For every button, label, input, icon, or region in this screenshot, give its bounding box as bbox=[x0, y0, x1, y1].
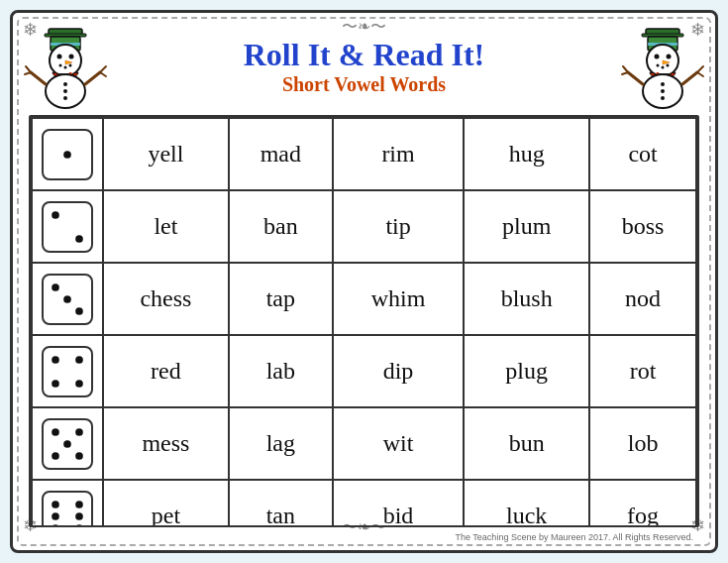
word-cell-r5-c2: bid bbox=[333, 480, 464, 527]
svg-point-37 bbox=[661, 96, 665, 100]
word-cell-r0-c3: hug bbox=[464, 118, 589, 190]
svg-line-17 bbox=[26, 66, 31, 72]
svg-point-62 bbox=[75, 512, 83, 520]
svg-point-32 bbox=[667, 64, 670, 67]
footer-credit: The Teaching Scene by Maureen 2017. All … bbox=[21, 531, 707, 542]
word-cell-r5-c3: luck bbox=[464, 480, 589, 527]
word-cell-r4-c2: wit bbox=[333, 407, 464, 480]
word-cell-r0-c2: rim bbox=[333, 118, 464, 190]
svg-point-50 bbox=[52, 356, 59, 364]
svg-point-48 bbox=[63, 295, 71, 303]
svg-point-9 bbox=[64, 66, 67, 69]
word-cell-r3-c2: dip bbox=[333, 335, 464, 407]
svg-point-59 bbox=[52, 501, 59, 508]
word-table: yellmadrimhugcot letbantipplumboss chess… bbox=[31, 117, 697, 527]
svg-point-27 bbox=[655, 55, 660, 59]
header: Roll It & Read It! Short Vowel Words bbox=[21, 21, 707, 115]
word-cell-r4-c1: lag bbox=[229, 407, 333, 480]
svg-point-47 bbox=[52, 283, 59, 291]
svg-point-15 bbox=[63, 96, 67, 100]
dice-cell-6 bbox=[32, 480, 103, 527]
word-cell-r3-c3: plug bbox=[464, 335, 589, 407]
svg-point-53 bbox=[75, 380, 83, 388]
table-row: redlabdipplugrot bbox=[32, 335, 696, 407]
svg-point-44 bbox=[63, 151, 71, 159]
svg-line-19 bbox=[85, 72, 100, 84]
word-cell-r2-c2: whim bbox=[333, 263, 464, 335]
word-cell-r3-c1: lab bbox=[229, 335, 333, 407]
svg-point-56 bbox=[63, 440, 71, 448]
dice-cell-5 bbox=[32, 407, 103, 480]
svg-line-40 bbox=[622, 72, 628, 74]
svg-point-36 bbox=[661, 89, 665, 93]
word-cell-r1-c1: ban bbox=[229, 190, 333, 263]
word-cell-r4-c3: bun bbox=[464, 407, 589, 480]
svg-point-28 bbox=[667, 55, 672, 59]
svg-point-54 bbox=[52, 428, 59, 436]
svg-point-51 bbox=[75, 356, 83, 364]
svg-point-10 bbox=[69, 64, 72, 67]
word-table-wrapper: yellmadrimhugcot letbantipplumboss chess… bbox=[29, 115, 699, 527]
svg-point-6 bbox=[69, 55, 74, 59]
word-cell-r2-c1: tap bbox=[229, 263, 333, 335]
svg-point-45 bbox=[52, 211, 59, 219]
svg-point-58 bbox=[75, 452, 83, 460]
word-cell-r2-c3: blush bbox=[464, 263, 589, 335]
svg-line-43 bbox=[697, 72, 703, 76]
svg-point-35 bbox=[661, 82, 665, 86]
svg-point-5 bbox=[57, 55, 62, 59]
svg-point-13 bbox=[63, 82, 67, 86]
svg-line-38 bbox=[628, 72, 643, 84]
svg-line-39 bbox=[623, 66, 628, 72]
table-row: chesstapwhimblushnod bbox=[32, 263, 696, 335]
dice-cell-4 bbox=[32, 335, 103, 407]
svg-point-57 bbox=[52, 452, 59, 460]
svg-point-46 bbox=[75, 235, 83, 243]
svg-line-16 bbox=[31, 72, 46, 84]
page: ❄ ❄ 〜❧〜 bbox=[10, 10, 718, 553]
dice-cell-1 bbox=[32, 118, 103, 190]
svg-point-31 bbox=[662, 66, 665, 69]
svg-point-49 bbox=[75, 307, 83, 315]
word-cell-r2-c4: nod bbox=[589, 263, 696, 335]
svg-point-30 bbox=[657, 64, 660, 67]
svg-point-52 bbox=[52, 380, 59, 388]
word-cell-r1-c3: plum bbox=[464, 190, 589, 263]
word-cell-r5-c4: fog bbox=[589, 480, 696, 527]
table-row: messlagwitbunlob bbox=[32, 407, 696, 480]
word-cell-r1-c0: let bbox=[103, 190, 229, 263]
dice-cell-3 bbox=[32, 263, 103, 335]
svg-line-42 bbox=[697, 66, 703, 72]
svg-point-8 bbox=[59, 64, 62, 67]
word-cell-r1-c2: tip bbox=[333, 190, 464, 263]
word-cell-r4-c0: mess bbox=[103, 407, 229, 480]
svg-line-41 bbox=[682, 72, 697, 84]
word-cell-r3-c4: rot bbox=[589, 335, 696, 407]
word-cell-r4-c4: lob bbox=[589, 407, 696, 480]
svg-point-55 bbox=[75, 428, 83, 436]
snowman-left bbox=[21, 25, 110, 109]
dice-cell-2 bbox=[32, 190, 103, 263]
word-cell-r2-c0: chess bbox=[103, 263, 229, 335]
word-cell-r5-c1: tan bbox=[229, 480, 333, 527]
svg-line-21 bbox=[100, 72, 106, 76]
snowman-right bbox=[618, 25, 707, 109]
svg-point-14 bbox=[63, 89, 67, 93]
svg-line-20 bbox=[100, 66, 106, 72]
header-text: Roll It & Read It! Short Vowel Words bbox=[110, 38, 618, 95]
svg-point-61 bbox=[52, 512, 59, 520]
word-cell-r0-c0: yell bbox=[103, 118, 229, 190]
svg-line-18 bbox=[25, 72, 31, 74]
page-subtitle: Short Vowel Words bbox=[110, 73, 618, 96]
table-row: pettanbidluckfog bbox=[32, 480, 696, 527]
word-cell-r0-c1: mad bbox=[229, 118, 333, 190]
page-title: Roll It & Read It! bbox=[110, 38, 618, 72]
word-cell-r0-c4: cot bbox=[589, 118, 696, 190]
word-cell-r5-c0: pet bbox=[103, 480, 229, 527]
svg-point-63 bbox=[52, 524, 59, 527]
word-cell-r1-c4: boss bbox=[589, 190, 696, 263]
table-row: letbantipplumboss bbox=[32, 190, 696, 263]
word-cell-r3-c0: red bbox=[103, 335, 229, 407]
svg-point-60 bbox=[75, 501, 83, 508]
svg-point-64 bbox=[75, 524, 83, 527]
